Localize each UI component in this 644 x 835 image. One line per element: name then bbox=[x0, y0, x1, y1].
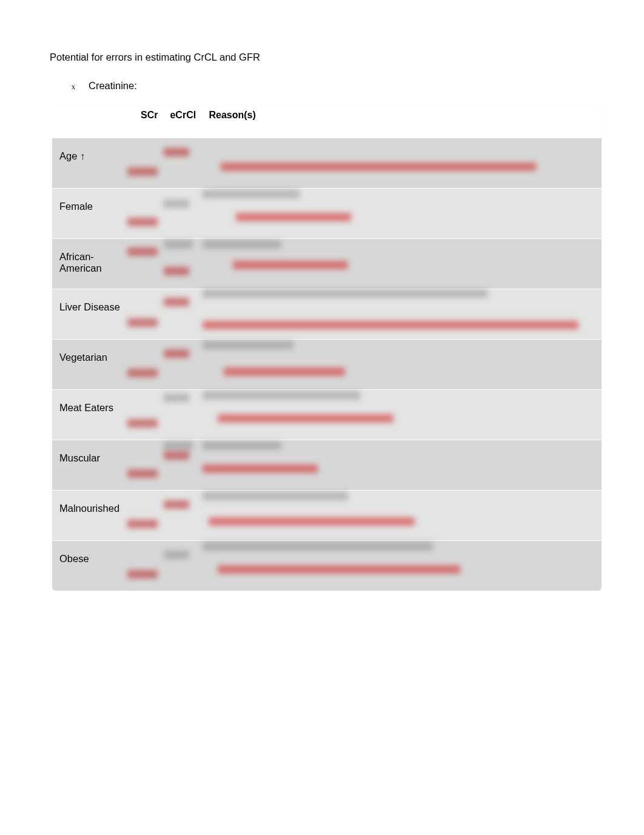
ecrcl-cell bbox=[164, 239, 203, 289]
reason-cell bbox=[203, 390, 602, 440]
col-reason-header: Reason(s) bbox=[203, 106, 602, 138]
ecrcl-cell bbox=[164, 340, 203, 390]
ecrcl-cell bbox=[164, 390, 203, 440]
bullet-marker: x bbox=[72, 82, 89, 92]
table-row: African-American bbox=[52, 239, 602, 289]
factor-cell: Muscular bbox=[52, 440, 135, 491]
ecrcl-cell bbox=[164, 440, 203, 491]
table-row: Age ↑ bbox=[52, 138, 602, 189]
ecrcl-cell bbox=[164, 491, 203, 541]
table-row: Liver Disease bbox=[52, 289, 602, 340]
factor-cell: Female bbox=[52, 189, 135, 239]
table-row: Muscular bbox=[52, 440, 602, 491]
scr-cell bbox=[135, 138, 164, 189]
scr-cell bbox=[135, 340, 164, 390]
col-scr-header: SCr bbox=[135, 106, 164, 138]
crcl-table: SCr eCrCl Reason(s) Age ↑FemaleAfrican-A… bbox=[52, 106, 602, 591]
reason-cell bbox=[203, 491, 602, 541]
bullet-item: x Creatinine: bbox=[72, 80, 602, 92]
scr-cell bbox=[135, 289, 164, 340]
ecrcl-cell bbox=[164, 541, 203, 591]
reason-cell bbox=[203, 138, 602, 189]
factor-cell: Age ↑ bbox=[52, 138, 135, 189]
scr-cell bbox=[135, 440, 164, 491]
factor-cell: Malnourished bbox=[52, 491, 135, 541]
col-factor-header bbox=[52, 106, 135, 138]
reason-cell bbox=[203, 440, 602, 491]
scr-cell bbox=[135, 189, 164, 239]
factor-cell: African-American bbox=[52, 239, 135, 289]
factor-cell: Meat Eaters bbox=[52, 390, 135, 440]
table-header-row: SCr eCrCl Reason(s) bbox=[52, 106, 602, 138]
reason-cell bbox=[203, 239, 602, 289]
page-title: Potential for errors in estimating CrCL … bbox=[50, 52, 602, 63]
table-row: Meat Eaters bbox=[52, 390, 602, 440]
ecrcl-cell bbox=[164, 138, 203, 189]
table-row: Female bbox=[52, 189, 602, 239]
reason-cell bbox=[203, 541, 602, 591]
reason-cell bbox=[203, 340, 602, 390]
scr-cell bbox=[135, 239, 164, 289]
ecrcl-cell bbox=[164, 189, 203, 239]
scr-cell bbox=[135, 390, 164, 440]
factor-cell: Liver Disease bbox=[52, 289, 135, 340]
col-ecrcl-header: eCrCl bbox=[164, 106, 203, 138]
ecrcl-cell bbox=[164, 289, 203, 340]
factor-cell: Vegetarian bbox=[52, 340, 135, 390]
bullet-label: Creatinine: bbox=[89, 80, 137, 92]
scr-cell bbox=[135, 541, 164, 591]
scr-cell bbox=[135, 491, 164, 541]
factor-cell: Obese bbox=[52, 541, 135, 591]
table-row: Malnourished bbox=[52, 491, 602, 541]
reason-cell bbox=[203, 289, 602, 340]
reason-cell bbox=[203, 189, 602, 239]
table-row: Obese bbox=[52, 541, 602, 591]
table-row: Vegetarian bbox=[52, 340, 602, 390]
